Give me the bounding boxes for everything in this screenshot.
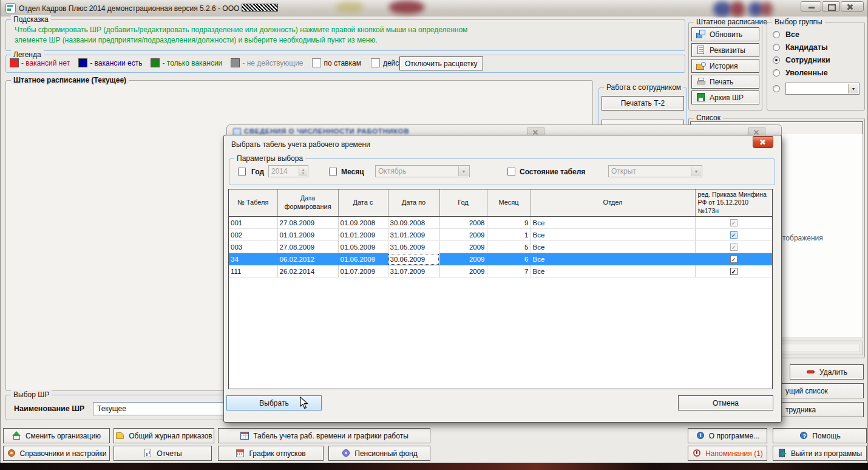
cell-month[interactable]: 9	[487, 217, 531, 229]
cell-num[interactable]: 003	[229, 241, 277, 253]
cell-created[interactable]: 27.08.2009	[277, 217, 338, 229]
timesheet-button[interactable]: Табель учета раб. времени и графики рабо…	[218, 428, 430, 443]
cell-created[interactable]: 06.02.2012	[277, 253, 338, 265]
chevron-down-icon[interactable]: ▼	[848, 84, 858, 94]
close-button[interactable]	[841, 1, 864, 12]
month-checkbox[interactable]	[329, 168, 337, 175]
maximize-button[interactable]	[822, 1, 840, 12]
cell-year[interactable]: 2009	[439, 265, 487, 278]
cell-created[interactable]: 01.01.2009	[277, 229, 338, 241]
delete-button[interactable]: Удалить	[790, 364, 864, 380]
cell-date_to[interactable]: 31.05.2009	[388, 241, 439, 253]
cell-order-flag[interactable]: ✓	[695, 229, 772, 241]
cell-date_from[interactable]: 01.01.2009	[338, 229, 388, 241]
cell-date_to[interactable]: 30.09.2008	[388, 217, 439, 229]
cell-year[interactable]: 2009	[439, 229, 487, 241]
column-header[interactable]: Отдел	[531, 189, 695, 217]
reminders-button[interactable]: Напоминания (1)	[688, 446, 767, 461]
cell-month[interactable]: 1	[487, 229, 531, 241]
cell-month[interactable]: 5	[487, 241, 531, 253]
rates-checkbox[interactable]	[312, 58, 321, 67]
column-header[interactable]: Дата по	[388, 189, 439, 217]
cell-order-flag[interactable]: ✓	[695, 253, 772, 265]
radio-option-2[interactable]: Сотрудники	[773, 56, 830, 64]
column-header[interactable]: Дата с	[338, 189, 388, 217]
cell-year[interactable]: 2008	[439, 217, 487, 229]
cell-date_from[interactable]: 01.09.2008	[338, 217, 388, 229]
vacation-schedule-button[interactable]: График отпусков	[218, 446, 324, 461]
cell-created[interactable]: 26.02.2014	[277, 265, 338, 278]
year-checkbox[interactable]	[238, 168, 246, 175]
staff-button-floppy[interactable]: Архив ШР	[691, 90, 759, 104]
reports-button[interactable]: Отчеты	[114, 446, 212, 461]
radio-option-1[interactable]: Кандидаты	[773, 43, 830, 52]
group-dropdown[interactable]: ▼	[785, 83, 860, 95]
column-header[interactable]: Год	[439, 189, 487, 217]
active-checkbox[interactable]	[371, 58, 380, 67]
row-checkbox[interactable]: ✓	[730, 244, 737, 251]
row-checkbox[interactable]: ✓	[730, 268, 737, 275]
column-header[interactable]: Месяц	[487, 189, 531, 217]
cell-date_to[interactable]: 30.06.2009	[388, 253, 439, 265]
cell-year[interactable]: 2009	[439, 241, 487, 253]
cell-month[interactable]: 7	[487, 265, 531, 278]
cell-num[interactable]: 002	[229, 229, 277, 241]
cell-month[interactable]: 6	[487, 253, 531, 265]
staff-button-document[interactable]: Реквизиты	[691, 43, 759, 57]
row-checkbox[interactable]: ✓	[730, 256, 737, 263]
radio-option-3[interactable]: Уволенные	[773, 69, 830, 77]
staff-button-refresh[interactable]: Обновить	[691, 27, 759, 41]
table-row[interactable]: 3406.02.201201.06.200930.06.200920096Все…	[229, 253, 772, 265]
table-row[interactable]: 11126.02.201401.07.200931.07.200920097Вс…	[229, 265, 772, 278]
table-row[interactable]: 00327.08.200901.05.200931.05.200920095Вс…	[229, 241, 772, 253]
cell-order-flag[interactable]: ✓	[695, 241, 772, 253]
minimize-button[interactable]	[801, 1, 821, 12]
cell-dept[interactable]: Все	[531, 229, 695, 241]
exit-button[interactable]: Выйти из программы	[773, 446, 867, 461]
cell-dept[interactable]: Все	[531, 217, 695, 229]
change-organization-button[interactable]: Сменить организацию	[3, 428, 110, 443]
about-button[interactable]: О программе...	[688, 428, 767, 443]
table-row[interactable]: 00201.01.200901.01.200931.01.200920091Вс…	[229, 229, 772, 241]
state-checkbox[interactable]	[507, 168, 515, 175]
print-t2-button[interactable]: Печатать Т-2	[602, 96, 684, 111]
radio-option-0[interactable]: Все	[773, 30, 830, 39]
cell-num[interactable]: 001	[229, 217, 277, 229]
help-button[interactable]: Помощь	[773, 428, 867, 443]
radio-button[interactable]	[773, 69, 780, 77]
rates-checkbox-row[interactable]: по ставкам	[312, 58, 361, 67]
disable-colors-button[interactable]: Отключить расцветку	[399, 56, 483, 70]
references-settings-button[interactable]: Справочники и настройки	[3, 446, 110, 461]
cell-year[interactable]: 2009	[439, 253, 487, 265]
cell-date_from[interactable]: 01.06.2009	[338, 253, 388, 265]
column-header[interactable]: № Табеля	[229, 189, 277, 217]
pension-fund-button[interactable]: Пенсионный фонд	[328, 446, 430, 461]
orders-journal-button[interactable]: Общий журнал приказов	[114, 428, 214, 443]
cell-created[interactable]: 27.08.2009	[277, 241, 338, 253]
cell-order-flag[interactable]: ✓	[695, 217, 772, 229]
staff-button-printer[interactable]: Печать	[691, 75, 759, 89]
table-row[interactable]: 00127.08.200901.09.200830.09.200820089Вс…	[229, 217, 772, 229]
cell-num[interactable]: 34	[229, 253, 277, 265]
row-checkbox[interactable]: ✓	[730, 219, 737, 226]
radio-button[interactable]	[773, 44, 780, 51]
cell-date_to[interactable]: 31.07.2009	[388, 265, 439, 278]
cell-dept[interactable]: Все	[531, 241, 695, 253]
extra-radio-button[interactable]	[773, 85, 780, 92]
cell-dept[interactable]: Все	[531, 265, 695, 278]
radio-button[interactable]	[773, 31, 780, 38]
cell-date_to[interactable]: 31.01.2009	[388, 229, 439, 241]
column-header[interactable]: Дата формирования	[277, 189, 338, 217]
extra-radio-row[interactable]: ▼	[773, 83, 860, 95]
staff-button-history[interactable]: История	[691, 59, 759, 73]
cell-date_from[interactable]: 01.07.2009	[338, 265, 388, 278]
radio-button[interactable]	[773, 56, 780, 64]
dialog-close-button[interactable]	[753, 136, 773, 148]
column-header[interactable]: ред. Приказа Минфина РФ от 15.12.2010 №1…	[695, 189, 772, 217]
cell-dept[interactable]: Все	[531, 253, 695, 265]
cell-num[interactable]: 111	[229, 265, 277, 278]
cell-order-flag[interactable]: ✓	[695, 265, 772, 278]
cell-date_from[interactable]: 01.05.2009	[338, 241, 388, 253]
cancel-button[interactable]: Отмена	[678, 395, 773, 410]
row-checkbox[interactable]: ✓	[730, 231, 737, 239]
